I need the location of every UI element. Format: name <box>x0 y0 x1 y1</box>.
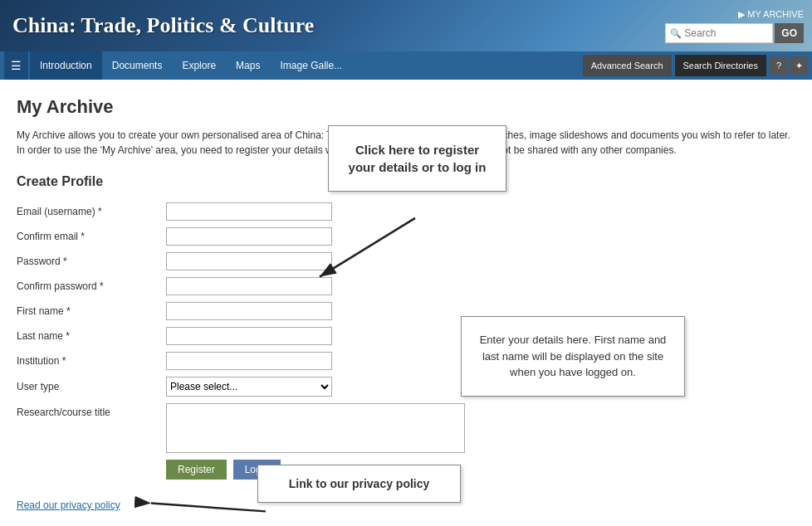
last-name-input[interactable] <box>166 327 332 345</box>
details-callout: Enter your details here. First name and … <box>461 316 685 397</box>
search-directories-button[interactable]: Search Directories <box>675 55 766 76</box>
advanced-search-button[interactable]: Advanced Search <box>583 55 672 76</box>
first-name-input[interactable] <box>166 302 332 320</box>
help-icon-button[interactable]: ? <box>770 56 788 75</box>
research-label: Research/course title <box>17 403 166 418</box>
email-label: Email (username) * <box>17 206 166 217</box>
research-textarea[interactable] <box>166 403 465 453</box>
page-title: My Archive <box>17 96 795 118</box>
nav-item-image-gallery[interactable]: Image Galle... <box>270 51 352 80</box>
confirm-email-label: Confirm email * <box>17 231 166 242</box>
institution-input[interactable] <box>166 352 332 370</box>
go-button[interactable]: GO <box>775 23 804 43</box>
user-type-label: User type <box>17 381 166 392</box>
institution-label: Institution * <box>17 355 166 367</box>
my-archive-link[interactable]: ▶ MY ARCHIVE <box>738 9 804 20</box>
site-title: China: Trade, Politics & Culture <box>12 13 314 38</box>
password-input[interactable] <box>166 252 332 270</box>
last-name-label: Last name * <box>17 330 166 342</box>
settings-icon-button[interactable]: ✦ <box>790 56 808 75</box>
password-label: Password * <box>17 256 166 267</box>
privacy-callout: Link to our privacy policy <box>257 465 461 503</box>
privacy-policy-link[interactable]: Read our privacy policy <box>17 499 120 511</box>
confirm-password-input[interactable] <box>166 277 332 295</box>
nav-item-documents[interactable]: Documents <box>102 51 173 80</box>
confirm-password-label: Confirm password * <box>17 280 166 292</box>
user-type-select[interactable]: Please select... Student Teacher Researc… <box>166 377 332 397</box>
register-callout: Click here to register your details or t… <box>328 125 506 192</box>
nav-item-explore[interactable]: Explore <box>172 51 226 80</box>
confirm-email-input[interactable] <box>166 227 332 246</box>
search-icon: 🔍 <box>670 27 682 38</box>
hamburger-button[interactable]: ☰ <box>4 51 28 80</box>
nav-item-introduction[interactable]: Introduction <box>30 51 102 80</box>
register-button[interactable]: Register <box>166 460 227 480</box>
first-name-label: First name * <box>17 305 166 317</box>
nav-item-maps[interactable]: Maps <box>226 51 270 80</box>
email-input[interactable] <box>166 202 332 221</box>
